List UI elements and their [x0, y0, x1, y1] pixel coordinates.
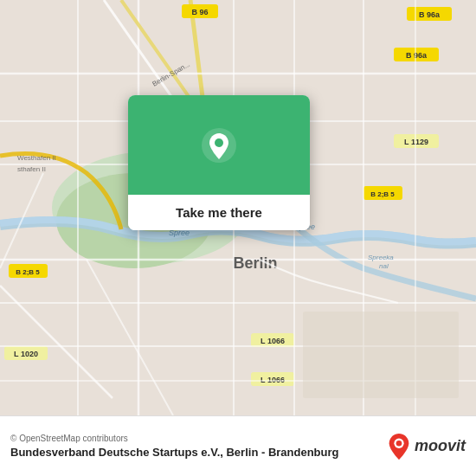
moovit-pin-icon [387, 432, 411, 461]
svg-point-53 [396, 440, 402, 446]
svg-text:nal: nal [379, 262, 389, 270]
bottom-text-area: © OpenStreetMap contributors Bundesverba… [10, 434, 387, 459]
moovit-logo: moovit [387, 432, 466, 461]
svg-text:B 96a: B 96a [406, 51, 428, 60]
map-attribution: © OpenStreetMap contributors [10, 434, 387, 443]
svg-text:Berlin: Berlin [233, 254, 277, 272]
svg-rect-49 [303, 312, 459, 398]
svg-text:Westhafen II: Westhafen II [17, 154, 56, 162]
moovit-brand-text: moovit [415, 437, 466, 455]
svg-text:B 2;B 5: B 2;B 5 [16, 268, 40, 276]
svg-text:B 96: B 96 [191, 8, 208, 16]
location-pin-icon [200, 126, 238, 164]
bottom-bar: © OpenStreetMap contributors Bundesverba… [0, 415, 476, 476]
popup-card: Take me there [128, 95, 310, 230]
svg-text:L 1020: L 1020 [14, 350, 38, 358]
svg-point-51 [215, 138, 223, 147]
place-name: Bundesverband Deutsche Startups e.V., Be… [10, 446, 387, 459]
svg-text:sthafen II: sthafen II [17, 165, 46, 173]
svg-text:Spreeka: Spreeka [368, 254, 394, 261]
popup-green-area [128, 95, 310, 195]
svg-text:B 2;B 5: B 2;B 5 [370, 190, 395, 198]
take-me-there-button[interactable]: Take me there [128, 195, 310, 230]
map-container: B 96 B 96a B 96a L 1129 B 2;B 5 B 2;B 5 … [0, 0, 476, 415]
svg-text:L 1066: L 1066 [261, 337, 285, 345]
svg-text:B 96a: B 96a [419, 10, 441, 19]
